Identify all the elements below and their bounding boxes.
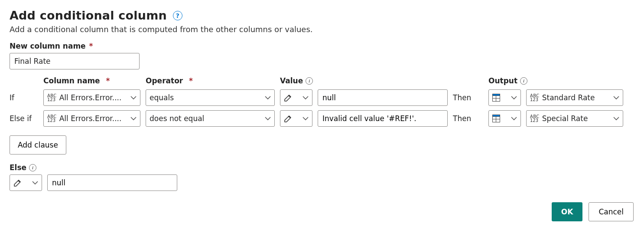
info-icon[interactable]: i [520,77,527,85]
chevron-down-icon [613,95,619,101]
operator-dropdown[interactable]: equals [146,89,275,106]
operator-dropdown[interactable]: does not equal [146,110,275,127]
cancel-button[interactable]: Cancel [589,202,634,221]
column-name-header: Column name * [43,76,140,85]
value-type-selector[interactable] [280,110,312,127]
chevron-down-icon [511,115,517,122]
new-column-name-label: New column name * [10,42,635,50]
then-label: Then [453,93,483,102]
chevron-down-icon [302,115,309,122]
if-label: If [10,93,38,102]
abc123-type-icon: ABC123 [530,115,540,122]
output-type-selector[interactable] [488,110,521,127]
elseif-label: Else if [10,114,38,123]
ok-button[interactable]: OK [552,202,583,221]
chevron-down-icon [511,95,517,101]
output-column-dropdown[interactable]: ABC123 Standard Rate [526,89,623,106]
output-type-selector[interactable] [488,89,521,106]
output-column-dropdown[interactable]: ABC123 Special Rate [526,110,623,127]
new-column-name-input[interactable] [10,53,140,69]
conditions-grid: Column name * Operator * Valuei Outputi … [10,76,635,127]
abc123-type-icon: ABC123 [47,115,57,122]
pencil-icon [284,115,292,123]
then-label: Then [453,114,483,123]
table-icon [492,94,500,102]
chevron-down-icon [302,95,309,101]
pencil-icon [13,179,22,187]
required-star: * [87,42,93,50]
abc123-type-icon: ABC123 [47,94,57,102]
value-input[interactable] [318,110,448,127]
value-type-selector[interactable] [280,89,312,106]
value-input[interactable] [318,89,448,106]
chevron-down-icon [613,115,619,122]
else-type-selector[interactable] [10,174,42,191]
output-header: Outputi [488,76,623,85]
else-label: Elsei [10,163,635,172]
dialog-title: Add conditional column [10,9,167,22]
pencil-icon [284,94,292,102]
chevron-down-icon [130,115,137,122]
else-value-input[interactable] [47,174,177,191]
operator-header: Operator * [146,76,275,85]
abc123-type-icon: ABC123 [530,94,540,102]
help-icon[interactable]: ? [173,11,182,20]
value-header: Valuei [280,76,448,85]
column-name-dropdown[interactable]: ABC123 All Errors.Error.... [43,89,140,106]
dialog-subtitle: Add a conditional column that is compute… [10,25,635,34]
chevron-down-icon [32,180,38,186]
chevron-down-icon [265,95,271,101]
chevron-down-icon [130,95,137,101]
info-icon[interactable]: i [306,77,313,85]
info-icon[interactable]: i [29,164,36,171]
column-name-dropdown[interactable]: ABC123 All Errors.Error.... [43,110,140,127]
chevron-down-icon [265,115,271,122]
table-icon [492,115,500,122]
add-clause-button[interactable]: Add clause [10,135,66,155]
